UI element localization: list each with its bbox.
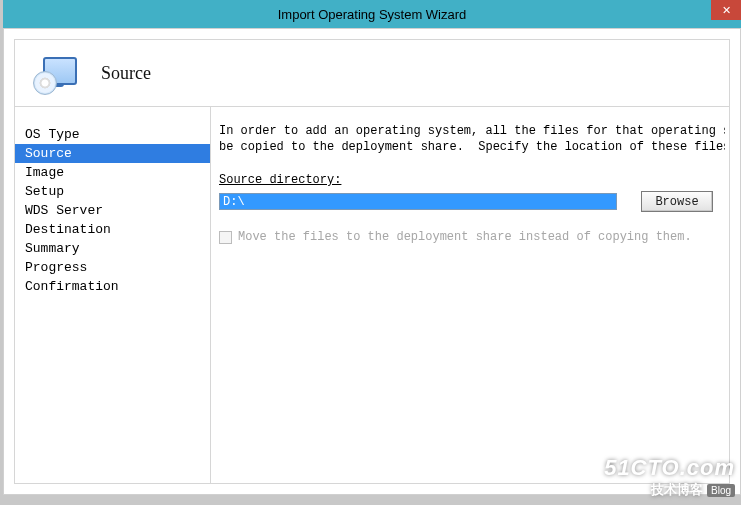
nav-item-setup[interactable]: Setup [15,182,210,201]
source-directory-row: Browse [219,191,725,212]
header-area: Source [15,40,729,106]
move-files-label: Move the files to the deployment share i… [238,230,692,244]
wizard-window: Import Operating System Wizard ✕ Source … [0,0,741,505]
nav-item-confirmation[interactable]: Confirmation [15,277,210,296]
browse-button-label: Browse [655,195,698,209]
move-files-row: Move the files to the deployment share i… [219,230,725,244]
source-directory-label: Source directory: [219,173,725,187]
source-directory-input[interactable] [219,193,617,210]
content-panel: In order to add an operating system, all… [211,106,729,483]
os-disc-icon [31,49,79,97]
wizard-panel: Source OS Type Source Image Setup WDS Se… [14,39,730,484]
page-heading: Source [101,63,151,84]
instruction-text: In order to add an operating system, all… [219,123,725,155]
nav-item-wds-server[interactable]: WDS Server [15,201,210,220]
wizard-nav: OS Type Source Image Setup WDS Server De… [15,106,211,483]
window-body: Source OS Type Source Image Setup WDS Se… [3,28,741,495]
move-files-checkbox [219,231,232,244]
browse-button[interactable]: Browse [641,191,713,212]
nav-item-progress[interactable]: Progress [15,258,210,277]
nav-item-destination[interactable]: Destination [15,220,210,239]
window-title: Import Operating System Wizard [278,7,467,22]
title-bar: Import Operating System Wizard ✕ [3,0,741,28]
nav-item-os-type[interactable]: OS Type [15,125,210,144]
nav-item-image[interactable]: Image [15,163,210,182]
close-button[interactable]: ✕ [711,0,741,20]
nav-item-summary[interactable]: Summary [15,239,210,258]
nav-item-source[interactable]: Source [15,144,210,163]
close-icon: ✕ [722,4,731,17]
